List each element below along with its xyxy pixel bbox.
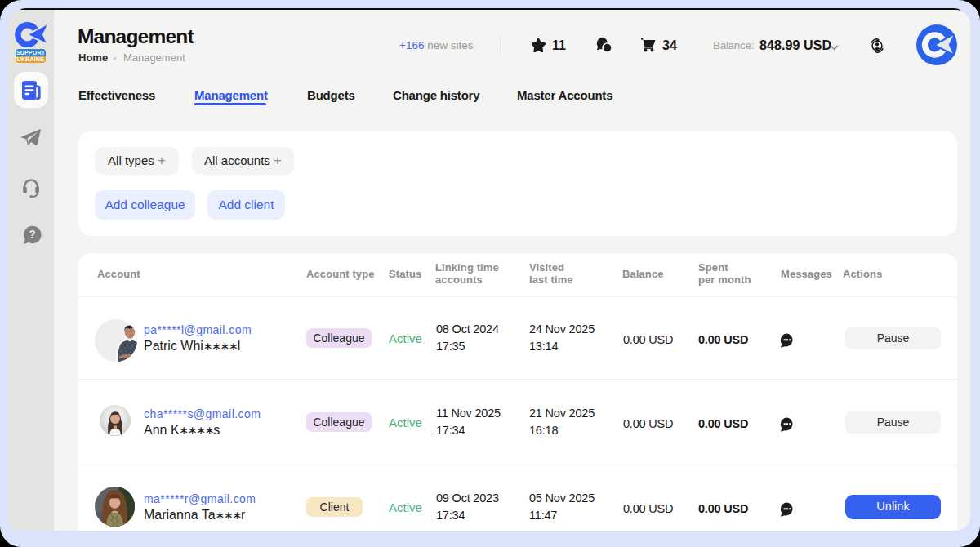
- svg-text:?: ?: [29, 228, 36, 241]
